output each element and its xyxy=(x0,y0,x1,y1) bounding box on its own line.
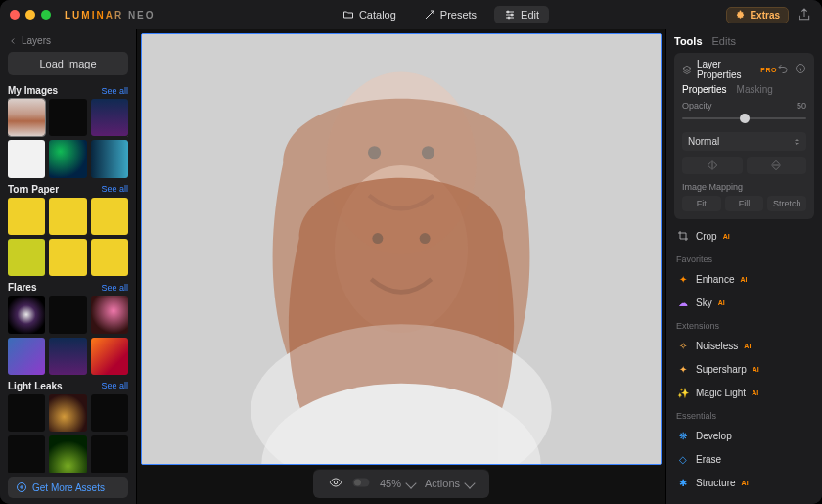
tool-color[interactable]: ◉Color xyxy=(674,495,814,498)
see-all-my-images[interactable]: See all xyxy=(101,86,128,96)
tool-label: Noiseless xyxy=(696,341,738,351)
asset-thumb[interactable] xyxy=(49,99,86,136)
canvas-toolbar: 45% Actions xyxy=(313,469,489,498)
mapping-fill[interactable]: Fill xyxy=(725,196,764,211)
asset-thumb[interactable] xyxy=(91,296,128,333)
blend-mode-select[interactable]: Normal xyxy=(682,132,806,151)
nav-edit-label: Edit xyxy=(521,9,539,21)
cloud-icon: ☁ xyxy=(676,296,690,309)
ai-badge: AI xyxy=(744,343,751,349)
ai-badge: AI xyxy=(740,276,747,283)
opacity-slider[interactable] xyxy=(682,111,806,126)
actions-dropdown[interactable]: Actions xyxy=(425,478,474,489)
flip-h-icon xyxy=(706,160,719,170)
load-image-button[interactable]: Load Image xyxy=(8,52,128,75)
asset-thumb[interactable] xyxy=(8,394,45,432)
fullscreen-window-button[interactable] xyxy=(41,10,51,20)
tool-structure[interactable]: ✱StructureAI xyxy=(674,472,814,493)
asset-thumb[interactable] xyxy=(91,338,128,375)
tool-noiseless[interactable]: ✧NoiselessAI xyxy=(674,335,814,356)
see-all-torn-paper[interactable]: See all xyxy=(101,184,128,194)
asset-thumb[interactable] xyxy=(8,140,45,177)
magic-icon: ✨ xyxy=(676,386,690,399)
tool-supersharp[interactable]: ✦SupersharpAI xyxy=(674,358,814,380)
compare-icon xyxy=(352,477,370,488)
eye-icon xyxy=(329,476,342,489)
extras-button[interactable]: Extras xyxy=(726,7,789,23)
layers-header[interactable]: Layers xyxy=(8,33,128,48)
undo-button[interactable] xyxy=(777,63,789,76)
develop-icon: ❋ xyxy=(676,429,690,442)
asset-thumb[interactable] xyxy=(8,338,45,375)
sharp-icon: ✦ xyxy=(676,362,690,376)
minimize-window-button[interactable] xyxy=(25,10,35,20)
svg-point-1 xyxy=(511,14,513,16)
info-icon xyxy=(795,63,806,74)
asset-thumb[interactable] xyxy=(8,198,45,235)
asset-thumb[interactable] xyxy=(8,239,45,276)
info-button[interactable] xyxy=(795,63,806,76)
mapping-fit[interactable]: Fit xyxy=(682,196,721,211)
tool-erase[interactable]: ◇Erase xyxy=(674,448,814,470)
titlebar: LUMINAR NEO Catalog Presets Edit xyxy=(0,0,822,29)
tool-label: Structure xyxy=(696,478,736,488)
slider-thumb[interactable] xyxy=(740,114,750,123)
tab-edits[interactable]: Edits xyxy=(712,35,736,47)
compare-toggle[interactable] xyxy=(352,477,370,490)
mapping-stretch[interactable]: Stretch xyxy=(767,196,806,211)
see-all-light-leaks[interactable]: See all xyxy=(101,381,128,390)
asset-thumb[interactable] xyxy=(91,435,128,473)
tool-develop[interactable]: ❋Develop xyxy=(674,425,814,446)
svg-point-7 xyxy=(368,146,381,159)
tool-magic-light[interactable]: ✨Magic LightAI xyxy=(674,382,814,403)
undo-icon xyxy=(777,63,789,74)
right-panel: Tools Edits Layer Properties PRO xyxy=(665,29,822,504)
asset-thumb[interactable] xyxy=(91,140,128,177)
asset-thumb[interactable] xyxy=(91,99,128,136)
nav-edit[interactable]: Edit xyxy=(494,6,549,23)
flip-horizontal-button[interactable] xyxy=(682,157,743,174)
asset-thumb[interactable] xyxy=(91,239,128,276)
share-button[interactable] xyxy=(797,7,812,23)
tool-sky[interactable]: ☁SkyAI xyxy=(674,292,814,313)
puzzle-icon xyxy=(735,10,746,21)
asset-thumb[interactable] xyxy=(8,435,45,473)
tool-label: Supersharp xyxy=(696,364,747,375)
subtab-properties[interactable]: Properties xyxy=(682,84,727,95)
tab-tools[interactable]: Tools xyxy=(674,35,703,47)
subtab-masking[interactable]: Masking xyxy=(737,84,773,95)
asset-thumb[interactable] xyxy=(8,99,45,136)
asset-thumb[interactable] xyxy=(49,394,86,432)
close-window-button[interactable] xyxy=(10,10,20,20)
asset-thumb[interactable] xyxy=(49,435,86,473)
asset-thumb[interactable] xyxy=(8,296,45,333)
tool-label: Crop xyxy=(696,231,717,242)
get-more-assets-button[interactable]: Get More Assets xyxy=(8,477,128,498)
svg-point-12 xyxy=(420,233,431,244)
asset-thumb[interactable] xyxy=(49,140,86,177)
asset-thumb[interactable] xyxy=(49,338,86,375)
chevron-right-icon[interactable] xyxy=(124,134,128,146)
flip-vertical-button[interactable] xyxy=(747,157,807,174)
visibility-toggle[interactable] xyxy=(329,476,342,491)
asset-thumb[interactable] xyxy=(91,394,128,432)
layer-properties-card: Layer Properties PRO Properties Masking … xyxy=(674,53,814,219)
asset-thumb[interactable] xyxy=(49,198,86,235)
asset-thumb[interactable] xyxy=(49,296,86,333)
zoom-dropdown[interactable]: 45% xyxy=(380,478,415,489)
canvas-area: 45% Actions xyxy=(137,29,665,504)
tool-crop[interactable]: CropAI xyxy=(674,225,814,247)
tool-label: Erase xyxy=(696,454,721,465)
ai-badge: AI xyxy=(752,389,758,396)
nav-presets[interactable]: Presets xyxy=(414,6,486,23)
tool-enhance[interactable]: ✦EnhanceAI xyxy=(674,268,814,290)
see-all-flares[interactable]: See all xyxy=(101,283,128,293)
asset-thumb[interactable] xyxy=(49,239,86,276)
flip-v-icon xyxy=(771,159,781,172)
group-favorites: Favorites xyxy=(674,252,814,266)
sparkle-icon: ✦ xyxy=(676,272,690,286)
image-canvas[interactable] xyxy=(141,33,662,465)
asset-thumb[interactable] xyxy=(91,198,128,235)
nav-catalog[interactable]: Catalog xyxy=(333,6,406,23)
noise-icon: ✧ xyxy=(676,339,690,352)
